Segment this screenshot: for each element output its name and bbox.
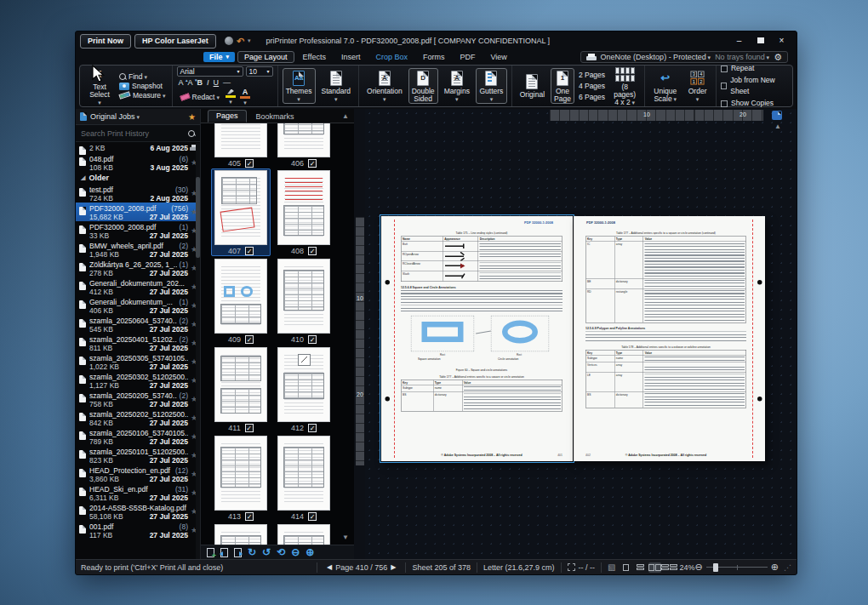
thumbs-scroll-up-icon[interactable]: ▲ (342, 112, 349, 120)
history-item[interactable]: Zöldkártya 6_26_2025, 1_...(1)★278 KB27 … (76, 259, 200, 277)
history-item[interactable]: szamla_20250202_51202500...★842 KB27 Jul… (76, 408, 200, 427)
page-checkbox[interactable] (245, 159, 254, 168)
page-checkbox[interactable] (245, 335, 254, 344)
unique-scale-button[interactable]: ↩ Unique Scale (649, 68, 681, 105)
margins-button[interactable]: A Margins (441, 68, 474, 105)
history-item[interactable]: Generali_dokumentum_202...★412 KB27 Jul … (76, 277, 200, 296)
history-item[interactable]: test.pdf(30)★724 KB2 Aug 2025 (76, 184, 200, 203)
font-color-button[interactable]: A (240, 88, 250, 106)
history-group-header[interactable]: ◢Older (76, 172, 200, 184)
redact-button[interactable]: Redact (179, 93, 221, 101)
preview-page-left[interactable]: PDF 32000-1:2008Table 175 – Line ending … (381, 216, 573, 461)
bold-button[interactable]: B (197, 78, 203, 87)
history-scrollbar[interactable] (196, 143, 200, 559)
history-item[interactable]: PDF32000_2008.pdf(756)★15,682 KB27 Jul 2… (76, 203, 200, 221)
history-item[interactable]: szamla_20250205_53740...(2)★758 KB27 Jul… (76, 390, 200, 408)
favorites-star-icon[interactable]: ★ (188, 112, 196, 122)
zoom-out-button[interactable]: ⊖ (695, 562, 703, 572)
history-item[interactable]: 2014-A5SB-S5SB-Katalog.pdf★58,108 KB27 J… (76, 502, 200, 521)
rotate-ccw-button[interactable]: ↺ (262, 547, 271, 557)
text-select-button[interactable]: I Text Select (84, 64, 115, 108)
tray-select[interactable]: No trays found (715, 53, 769, 61)
page-thumbnail[interactable]: 407 (211, 168, 271, 256)
eight-pages-button[interactable]: (8 pages) 4 x 2 (609, 64, 640, 108)
preview-scroll-up-icon[interactable]: ▲ (774, 123, 781, 130)
two-pages-button[interactable]: 2 Pages (577, 70, 607, 80)
preview-area[interactable]: 1020 ▲ PDF 32000-1:2008Table 175 – Line … (365, 109, 797, 559)
page-checkbox[interactable] (245, 247, 254, 255)
four-pages-button[interactable]: 4 Pages (577, 81, 607, 91)
checkbox-job-from-new-sheet[interactable]: Job from New Sheet (721, 75, 788, 97)
zoom-slider[interactable] (706, 562, 768, 573)
find-button[interactable]: Find (117, 72, 168, 81)
resize-grip[interactable]: ⋰ (784, 563, 791, 572)
add-page-button[interactable]: + (207, 548, 214, 557)
page-checkbox[interactable] (308, 424, 317, 432)
zoom-in-pages-button[interactable]: ⊕ (306, 547, 314, 557)
history-item[interactable]: 001.pdf(8)★117 KB27 Jul 2025 (76, 521, 200, 539)
zoom-in-button[interactable]: ⊕ (771, 562, 779, 572)
gutters-button[interactable]: Gutters (476, 68, 507, 105)
undo-icon[interactable]: ↶ (237, 37, 244, 45)
maximize-button[interactable] (750, 34, 771, 48)
strikethrough-button[interactable]: — (223, 78, 231, 87)
history-item[interactable]: 048.pdf(6)★108 KB3 Aug 2025 (76, 153, 200, 172)
tab-pdf[interactable]: PDF (453, 51, 482, 63)
page-checkbox[interactable] (308, 247, 317, 255)
font-name-select[interactable]: Arial▾ (177, 66, 243, 77)
tab-crop-box[interactable]: Crop Box (368, 51, 414, 63)
underline-button[interactable]: U (214, 78, 220, 87)
standard-button[interactable]: Standard (318, 68, 355, 105)
tab-bookmarks[interactable]: Bookmarks (248, 111, 302, 123)
view-grid-button[interactable] (663, 562, 676, 573)
measure-button[interactable]: Measure (117, 91, 168, 100)
history-item[interactable]: szamla_20250106_53740105...★789 KB27 Jul… (76, 427, 200, 446)
page-checkbox[interactable] (245, 424, 254, 432)
view-single-page-button[interactable] (620, 562, 632, 573)
rotate-cw-button[interactable]: ↻ (248, 547, 256, 557)
italic-button[interactable]: I (207, 78, 209, 87)
page-thumbnail[interactable]: 409 (211, 257, 271, 345)
view-continuous-button[interactable] (634, 562, 647, 573)
tab-pages[interactable]: Pages (208, 110, 247, 123)
layers-icon[interactable]: ▧ (608, 562, 615, 572)
page-thumbnail[interactable]: 413 (211, 434, 271, 522)
page-thumbnail[interactable] (274, 522, 334, 545)
shrink-font-button[interactable]: A (188, 78, 193, 87)
page-checkbox[interactable] (308, 159, 317, 168)
page-checkbox[interactable] (308, 335, 317, 344)
history-item[interactable]: 2 KB6 Aug 2025 (76, 142, 200, 153)
page-thumbnail[interactable]: 410 (274, 257, 334, 345)
double-sided-button[interactable]: D Double Sided (408, 68, 438, 105)
quick-access-dropdown-icon[interactable]: ▾ (248, 37, 251, 44)
page-thumbnail[interactable]: 406 (274, 123, 334, 168)
history-item[interactable]: szamla_20250305_53740105...★1,022 KB27 J… (76, 352, 200, 371)
minimize-button[interactable]: – (728, 34, 750, 48)
insert-page-button[interactable] (234, 548, 242, 557)
orientation-button[interactable]: A Orientation (363, 68, 406, 105)
history-item[interactable]: szamla_20250101_51202500...★823 KB27 Jul… (76, 446, 200, 465)
checkbox-repeat[interactable]: Repeat (721, 63, 788, 74)
print-now-button[interactable]: Print Now (80, 34, 131, 49)
thumbs-scroll-down-icon[interactable]: ▼ (342, 534, 349, 541)
tab-insert[interactable]: Insert (334, 51, 368, 63)
page-checkbox[interactable] (308, 512, 317, 521)
font-size-select[interactable]: 10▾ (246, 66, 273, 77)
preview-page-right[interactable]: PDF 32000-1:2008Table 177 – Additional e… (574, 216, 765, 461)
page-thumbnail[interactable]: 408 (274, 168, 334, 256)
history-item[interactable]: Generali_dokumentum_...(1)★406 KB27 Jul … (76, 296, 200, 315)
zoom-slider-handle[interactable] (713, 563, 718, 572)
extract-page-button[interactable] (220, 548, 228, 557)
search-bar[interactable]: Search Print History (76, 125, 200, 142)
history-scrollbar-thumb[interactable] (196, 177, 200, 258)
page-flip-icon[interactable] (772, 111, 782, 120)
search-input[interactable]: Search Print History (81, 129, 185, 138)
close-button[interactable]: × (771, 34, 792, 48)
view-facing-pages-button[interactable] (648, 562, 661, 573)
checkbox-show-copies[interactable]: Show Copies (721, 98, 788, 109)
tab-effects[interactable]: Effects (296, 51, 333, 63)
page-thumbnail[interactable]: 411 (211, 345, 271, 433)
history-item[interactable]: HEAD_Ski_en.pdf(31)★6,311 KB27 Jul 2025 (76, 483, 200, 502)
order-button[interactable]: 3412 Order (683, 68, 711, 105)
history-item[interactable]: szamla_20250604_53740...(2)★545 KB27 Jul… (76, 315, 200, 334)
